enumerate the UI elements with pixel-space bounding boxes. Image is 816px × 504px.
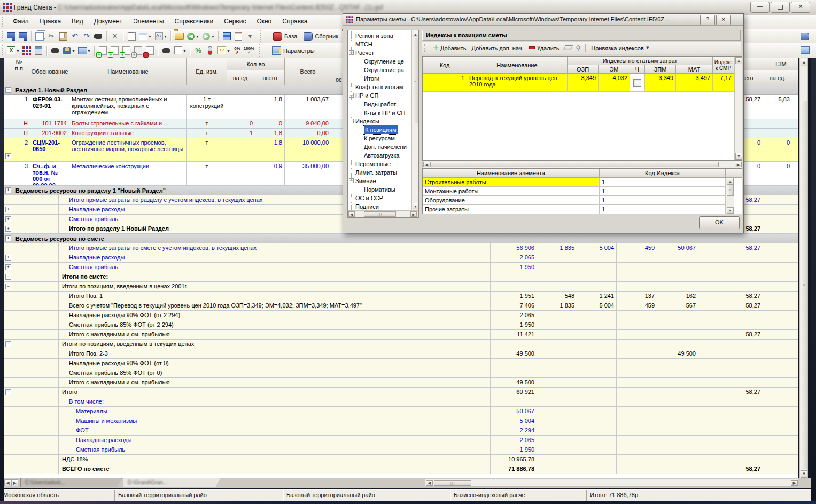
tree-item-К-ты к НР и СП[interactable]: К-ты к НР и СП — [348, 108, 411, 117]
col-element-name[interactable]: Наименование элемента — [423, 169, 600, 178]
summary-row[interactable]: НДС 18%10 965,78 — [4, 455, 798, 464]
header-qty-unit[interactable]: на ед. — [227, 70, 255, 85]
tree-item-Коэф-ты к итогам[interactable]: Коэф-ты к итогам — [348, 83, 411, 91]
ok-button[interactable]: OK — [699, 216, 740, 229]
undo-icon[interactable]: ↶ — [69, 31, 80, 42]
col-index-code[interactable]: Код Индекса — [600, 169, 726, 178]
remove-position-icon[interactable] — [144, 45, 155, 56]
tree-item-Итоги[interactable]: Итоги — [348, 74, 411, 83]
layout-icon[interactable] — [221, 31, 232, 42]
summary-row[interactable]: −Итоги по позициям, введенным в текущих … — [4, 340, 798, 349]
summary-row[interactable]: −Итоги по смете: — [4, 272, 798, 282]
zero-percent-icon[interactable]: 0%✗ — [232, 45, 243, 56]
collapse-icon[interactable]: − — [5, 284, 11, 289]
header-name[interactable]: Наименование — [69, 58, 187, 85]
paste-icon[interactable] — [58, 31, 68, 42]
table-view-icon[interactable]: ▼ — [138, 31, 149, 42]
summary-row[interactable]: В том числе: — [4, 397, 798, 407]
find-icon[interactable] — [93, 31, 104, 42]
tree-hscroll-right-icon[interactable]: ▶ — [410, 211, 417, 217]
tree-item-МТСН[interactable]: МТСН — [348, 40, 411, 49]
folder-open-icon[interactable] — [174, 31, 184, 42]
summary-row[interactable]: +Сметная прибыль1 950 — [4, 263, 798, 272]
cell-element-name[interactable]: Прочие затраты — [423, 205, 600, 214]
section-band[interactable]: +Ведомость ресурсов по смете — [4, 234, 798, 243]
tree-item-ОС и ССР[interactable]: ОС и ССР — [348, 194, 411, 202]
percent-icon[interactable]: % — [193, 45, 204, 56]
summary-row[interactable]: −Итого60 92158,27 — [4, 388, 798, 397]
help-book-icon[interactable] — [799, 31, 810, 42]
calculator-icon[interactable] — [33, 45, 44, 56]
redo-icon[interactable]: ↷ — [81, 31, 92, 42]
close-button[interactable]: ✕ — [791, 2, 810, 13]
col-zpm[interactable]: ЗПМ — [645, 65, 676, 74]
tree-item-Зимние[interactable]: −Зимние — [348, 177, 411, 185]
window-arrange-icon[interactable] — [799, 45, 810, 56]
cell-index-code[interactable]: 1 — [600, 205, 726, 214]
summary-row[interactable]: ФОТ2 294 — [4, 426, 798, 436]
cell-name[interactable]: Перевод в текущий уровень цен 2010 года — [467, 74, 568, 92]
add-resource-icon[interactable] — [121, 45, 131, 56]
header-unit[interactable]: Ед. изм. — [187, 58, 227, 85]
tree-scroll-down-icon[interactable]: ▼ — [413, 203, 418, 209]
tree-item-Расчет[interactable]: −Расчет — [348, 49, 411, 57]
summary-row[interactable]: Итого с накладными и см. прибылью11 4215… — [4, 330, 798, 340]
scroll-down-icon[interactable]: ▼ — [801, 470, 807, 478]
expand-icon[interactable]: + — [5, 207, 11, 212]
cell-element-name[interactable]: Монтажные работы — [423, 187, 600, 196]
sbornik-button[interactable]: Сборник — [300, 30, 341, 42]
summary-row[interactable]: Итого Поз. 11 9515481 24113716258,27 — [4, 292, 798, 301]
tree-item-Доп. начислени[interactable]: Доп. начислени — [348, 143, 411, 151]
tree-item-Округление це[interactable]: Округление це — [348, 57, 411, 66]
summary-row[interactable]: Итого с накладными и см. прибылью49 500 — [4, 378, 798, 388]
cell-index-code[interactable]: 1 — [600, 196, 726, 205]
expand-icon[interactable]: + — [5, 216, 11, 222]
tree-item-Лимит. затраты[interactable]: Лимит. затраты — [348, 168, 411, 177]
minimize-button[interactable] — [750, 2, 770, 13]
summary-row[interactable]: Итого Поз. 2-349 50049 500 — [4, 349, 798, 359]
grid-vscrollbar[interactable]: ▲ ≡ ▼ — [799, 58, 808, 478]
preview-icon[interactable] — [50, 45, 60, 56]
collapse-icon[interactable]: − — [5, 341, 11, 347]
forward-icon[interactable]: ▶▼ — [201, 31, 212, 42]
cut-icon[interactable]: ✂ — [46, 31, 57, 42]
vscroll-thumb[interactable]: ≡ — [801, 101, 807, 469]
summary-row[interactable]: Накладные расходы 90% ФОТ (от 0) — [4, 359, 798, 368]
clear-icon[interactable] — [563, 45, 572, 50]
summary-row[interactable]: ВСЕГО по смете71 886,7858,27 — [4, 464, 798, 474]
tree-item-Регион и зона[interactable]: Регион и зона — [348, 32, 411, 40]
back-icon[interactable]: ◀▼ — [185, 31, 196, 42]
header-justification[interactable]: Обоснование — [30, 58, 69, 85]
header-tzm-unit[interactable]: на ед. — [763, 70, 792, 85]
binding-scroll-down-icon[interactable]: ▼ — [727, 207, 734, 214]
tree-vscrollbar[interactable]: ▲ ≡ ▼ — [411, 30, 418, 210]
binding-vscrollbar[interactable]: ▲ ≡ ▼ — [726, 178, 734, 214]
index-level-icon[interactable] — [205, 45, 215, 56]
binding-vscroll-thumb[interactable]: ≡ — [727, 184, 734, 196]
tree-item-Нормативы[interactable]: Нормативы — [348, 185, 411, 194]
save-icon[interactable] — [6, 31, 17, 42]
col-mat[interactable]: МАТ — [676, 65, 713, 74]
summary-row[interactable]: Всего с учетом "Перевод в текущий уровен… — [4, 301, 798, 311]
expand-icon[interactable]: + — [5, 255, 11, 261]
menu-item-Правка[interactable]: Правка — [34, 15, 67, 29]
indexes-scroll-down-icon[interactable]: ▼ — [735, 153, 742, 160]
col-smr[interactable]: Индекс к СМР — [713, 57, 734, 74]
scroll-up-icon[interactable]: ▲ — [801, 59, 807, 66]
copy-icon[interactable] — [34, 31, 45, 42]
tree-scroll-up-icon[interactable]: ▲ — [413, 31, 418, 37]
tree-item-НР и СП[interactable]: −НР и СП — [348, 91, 411, 100]
tree-vscroll-thumb[interactable]: ≡ — [413, 38, 418, 123]
delete-icon[interactable]: ✕ — [110, 31, 120, 42]
expand-icon[interactable]: + — [5, 153, 11, 159]
menu-item-Сервис[interactable]: Сервис — [219, 15, 251, 29]
indexes-scroll-up-icon[interactable]: ▲ — [735, 57, 742, 64]
tree-item-Виды работ[interactable]: Виды работ — [348, 100, 411, 108]
grid-hscrollbar[interactable]: ◀ ||| ▶ — [425, 479, 798, 487]
tree-item-Автозагрузка[interactable]: Автозагрузка — [348, 151, 411, 160]
indexes-hscrollbar[interactable]: ◀ ▶ — [422, 161, 742, 168]
dialog-close-button[interactable]: ✕ — [716, 15, 731, 25]
tree-hscroll-left-icon[interactable]: ◀ — [348, 211, 355, 217]
cell-index-code[interactable]: 1 — [600, 187, 726, 196]
export-excel-icon[interactable]: X▼ — [6, 45, 17, 56]
